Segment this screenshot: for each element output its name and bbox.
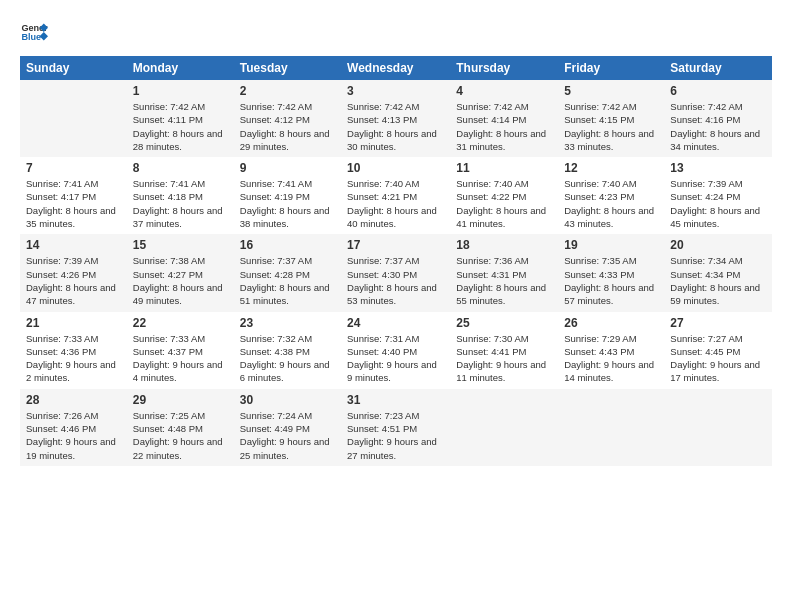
cell-w2-d3: 9Sunrise: 7:41 AMSunset: 4:19 PMDaylight… bbox=[234, 157, 341, 234]
cell-w4-d1: 21Sunrise: 7:33 AMSunset: 4:36 PMDayligh… bbox=[20, 312, 127, 389]
day-number: 27 bbox=[670, 316, 766, 330]
cell-w4-d3: 23Sunrise: 7:32 AMSunset: 4:38 PMDayligh… bbox=[234, 312, 341, 389]
logo: General Blue bbox=[20, 18, 52, 46]
day-info: Sunrise: 7:39 AMSunset: 4:24 PMDaylight:… bbox=[670, 177, 766, 230]
cell-w4-d7: 27Sunrise: 7:27 AMSunset: 4:45 PMDayligh… bbox=[664, 312, 772, 389]
cell-w3-d4: 17Sunrise: 7:37 AMSunset: 4:30 PMDayligh… bbox=[341, 234, 450, 311]
day-number: 17 bbox=[347, 238, 444, 252]
header-row: SundayMondayTuesdayWednesdayThursdayFrid… bbox=[20, 56, 772, 80]
svg-text:Blue: Blue bbox=[21, 32, 41, 42]
day-number: 31 bbox=[347, 393, 444, 407]
day-number: 14 bbox=[26, 238, 121, 252]
day-info: Sunrise: 7:25 AMSunset: 4:48 PMDaylight:… bbox=[133, 409, 228, 462]
cell-w3-d3: 16Sunrise: 7:37 AMSunset: 4:28 PMDayligh… bbox=[234, 234, 341, 311]
day-info: Sunrise: 7:33 AMSunset: 4:37 PMDaylight:… bbox=[133, 332, 228, 385]
day-number: 10 bbox=[347, 161, 444, 175]
day-info: Sunrise: 7:42 AMSunset: 4:14 PMDaylight:… bbox=[456, 100, 552, 153]
day-number: 1 bbox=[133, 84, 228, 98]
day-info: Sunrise: 7:27 AMSunset: 4:45 PMDaylight:… bbox=[670, 332, 766, 385]
day-info: Sunrise: 7:32 AMSunset: 4:38 PMDaylight:… bbox=[240, 332, 335, 385]
day-number: 15 bbox=[133, 238, 228, 252]
cell-w1-d3: 2Sunrise: 7:42 AMSunset: 4:12 PMDaylight… bbox=[234, 80, 341, 157]
calendar-table: SundayMondayTuesdayWednesdayThursdayFrid… bbox=[20, 56, 772, 466]
cell-w5-d3: 30Sunrise: 7:24 AMSunset: 4:49 PMDayligh… bbox=[234, 389, 341, 466]
col-header-tuesday: Tuesday bbox=[234, 56, 341, 80]
day-number: 11 bbox=[456, 161, 552, 175]
day-number: 30 bbox=[240, 393, 335, 407]
day-info: Sunrise: 7:42 AMSunset: 4:15 PMDaylight:… bbox=[564, 100, 658, 153]
day-number: 8 bbox=[133, 161, 228, 175]
day-number: 13 bbox=[670, 161, 766, 175]
col-header-monday: Monday bbox=[127, 56, 234, 80]
cell-w1-d7: 6Sunrise: 7:42 AMSunset: 4:16 PMDaylight… bbox=[664, 80, 772, 157]
day-number: 7 bbox=[26, 161, 121, 175]
cell-w4-d4: 24Sunrise: 7:31 AMSunset: 4:40 PMDayligh… bbox=[341, 312, 450, 389]
cell-w1-d2: 1Sunrise: 7:42 AMSunset: 4:11 PMDaylight… bbox=[127, 80, 234, 157]
day-number: 29 bbox=[133, 393, 228, 407]
cell-w3-d6: 19Sunrise: 7:35 AMSunset: 4:33 PMDayligh… bbox=[558, 234, 664, 311]
day-info: Sunrise: 7:24 AMSunset: 4:49 PMDaylight:… bbox=[240, 409, 335, 462]
day-number: 18 bbox=[456, 238, 552, 252]
day-number: 28 bbox=[26, 393, 121, 407]
day-info: Sunrise: 7:34 AMSunset: 4:34 PMDaylight:… bbox=[670, 254, 766, 307]
day-info: Sunrise: 7:41 AMSunset: 4:19 PMDaylight:… bbox=[240, 177, 335, 230]
cell-w1-d1 bbox=[20, 80, 127, 157]
cell-w4-d5: 25Sunrise: 7:30 AMSunset: 4:41 PMDayligh… bbox=[450, 312, 558, 389]
cell-w2-d5: 11Sunrise: 7:40 AMSunset: 4:22 PMDayligh… bbox=[450, 157, 558, 234]
day-number: 22 bbox=[133, 316, 228, 330]
cell-w5-d5 bbox=[450, 389, 558, 466]
day-info: Sunrise: 7:42 AMSunset: 4:13 PMDaylight:… bbox=[347, 100, 444, 153]
day-number: 20 bbox=[670, 238, 766, 252]
cell-w2-d6: 12Sunrise: 7:40 AMSunset: 4:23 PMDayligh… bbox=[558, 157, 664, 234]
cell-w2-d7: 13Sunrise: 7:39 AMSunset: 4:24 PMDayligh… bbox=[664, 157, 772, 234]
cell-w4-d2: 22Sunrise: 7:33 AMSunset: 4:37 PMDayligh… bbox=[127, 312, 234, 389]
day-info: Sunrise: 7:30 AMSunset: 4:41 PMDaylight:… bbox=[456, 332, 552, 385]
week-row-5: 28Sunrise: 7:26 AMSunset: 4:46 PMDayligh… bbox=[20, 389, 772, 466]
day-number: 12 bbox=[564, 161, 658, 175]
day-number: 2 bbox=[240, 84, 335, 98]
day-info: Sunrise: 7:36 AMSunset: 4:31 PMDaylight:… bbox=[456, 254, 552, 307]
day-number: 16 bbox=[240, 238, 335, 252]
col-header-thursday: Thursday bbox=[450, 56, 558, 80]
day-info: Sunrise: 7:41 AMSunset: 4:18 PMDaylight:… bbox=[133, 177, 228, 230]
cell-w5-d7 bbox=[664, 389, 772, 466]
week-row-4: 21Sunrise: 7:33 AMSunset: 4:36 PMDayligh… bbox=[20, 312, 772, 389]
day-number: 21 bbox=[26, 316, 121, 330]
day-info: Sunrise: 7:39 AMSunset: 4:26 PMDaylight:… bbox=[26, 254, 121, 307]
col-header-saturday: Saturday bbox=[664, 56, 772, 80]
week-row-2: 7Sunrise: 7:41 AMSunset: 4:17 PMDaylight… bbox=[20, 157, 772, 234]
day-info: Sunrise: 7:40 AMSunset: 4:21 PMDaylight:… bbox=[347, 177, 444, 230]
day-info: Sunrise: 7:40 AMSunset: 4:23 PMDaylight:… bbox=[564, 177, 658, 230]
day-info: Sunrise: 7:37 AMSunset: 4:30 PMDaylight:… bbox=[347, 254, 444, 307]
day-info: Sunrise: 7:42 AMSunset: 4:12 PMDaylight:… bbox=[240, 100, 335, 153]
cell-w5-d4: 31Sunrise: 7:23 AMSunset: 4:51 PMDayligh… bbox=[341, 389, 450, 466]
day-info: Sunrise: 7:29 AMSunset: 4:43 PMDaylight:… bbox=[564, 332, 658, 385]
logo-icon: General Blue bbox=[20, 18, 48, 46]
day-info: Sunrise: 7:26 AMSunset: 4:46 PMDaylight:… bbox=[26, 409, 121, 462]
day-info: Sunrise: 7:42 AMSunset: 4:11 PMDaylight:… bbox=[133, 100, 228, 153]
day-info: Sunrise: 7:37 AMSunset: 4:28 PMDaylight:… bbox=[240, 254, 335, 307]
day-number: 9 bbox=[240, 161, 335, 175]
day-number: 5 bbox=[564, 84, 658, 98]
cell-w3-d7: 20Sunrise: 7:34 AMSunset: 4:34 PMDayligh… bbox=[664, 234, 772, 311]
day-number: 3 bbox=[347, 84, 444, 98]
day-info: Sunrise: 7:31 AMSunset: 4:40 PMDaylight:… bbox=[347, 332, 444, 385]
cell-w2-d2: 8Sunrise: 7:41 AMSunset: 4:18 PMDaylight… bbox=[127, 157, 234, 234]
day-info: Sunrise: 7:35 AMSunset: 4:33 PMDaylight:… bbox=[564, 254, 658, 307]
day-number: 26 bbox=[564, 316, 658, 330]
cell-w5-d2: 29Sunrise: 7:25 AMSunset: 4:48 PMDayligh… bbox=[127, 389, 234, 466]
cell-w3-d2: 15Sunrise: 7:38 AMSunset: 4:27 PMDayligh… bbox=[127, 234, 234, 311]
day-number: 6 bbox=[670, 84, 766, 98]
cell-w1-d5: 4Sunrise: 7:42 AMSunset: 4:14 PMDaylight… bbox=[450, 80, 558, 157]
cell-w3-d1: 14Sunrise: 7:39 AMSunset: 4:26 PMDayligh… bbox=[20, 234, 127, 311]
cell-w4-d6: 26Sunrise: 7:29 AMSunset: 4:43 PMDayligh… bbox=[558, 312, 664, 389]
day-info: Sunrise: 7:42 AMSunset: 4:16 PMDaylight:… bbox=[670, 100, 766, 153]
cell-w5-d6 bbox=[558, 389, 664, 466]
day-info: Sunrise: 7:38 AMSunset: 4:27 PMDaylight:… bbox=[133, 254, 228, 307]
day-info: Sunrise: 7:41 AMSunset: 4:17 PMDaylight:… bbox=[26, 177, 121, 230]
cell-w1-d4: 3Sunrise: 7:42 AMSunset: 4:13 PMDaylight… bbox=[341, 80, 450, 157]
col-header-friday: Friday bbox=[558, 56, 664, 80]
cell-w2-d1: 7Sunrise: 7:41 AMSunset: 4:17 PMDaylight… bbox=[20, 157, 127, 234]
cell-w2-d4: 10Sunrise: 7:40 AMSunset: 4:21 PMDayligh… bbox=[341, 157, 450, 234]
day-number: 25 bbox=[456, 316, 552, 330]
